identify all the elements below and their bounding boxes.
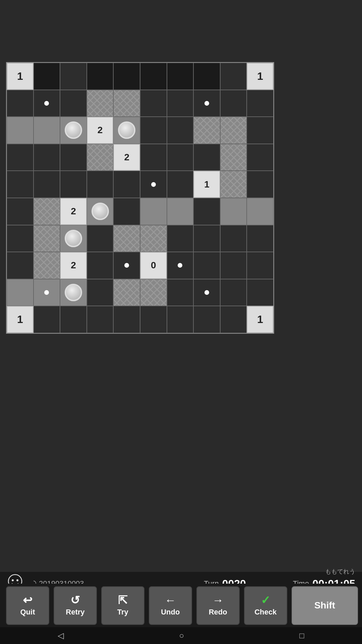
cell-2-5 [140,117,167,144]
cell-9-8 [220,306,247,333]
cell-8-9 [247,279,274,306]
cell-3-2 [60,144,87,171]
dot-7-6 [178,263,182,268]
cell-7-6 [167,252,194,279]
puzzle-grid[interactable]: 1 1 2 [6,62,274,334]
japanese-text: ももてれう [325,568,355,576]
cell-4-7: 1 [193,171,220,198]
nav-recents-button[interactable]: □ [299,631,304,640]
cell-2-8 [220,117,247,144]
cell-0-7 [193,63,220,90]
circle-5-3 [92,203,109,220]
cell-1-6 [167,90,194,117]
cell-0-9: 1 [247,63,274,90]
cell-3-6 [167,144,194,171]
cell-6-8 [220,225,247,252]
dot-4-5 [151,182,156,187]
cell-0-2 [60,63,87,90]
cell-1-1 [34,90,60,117]
cell-4-1 [34,171,60,198]
cell-8-2 [60,279,87,306]
cell-6-9 [247,225,274,252]
circle-8-2 [65,284,82,301]
check-label: Check [254,608,277,616]
cell-5-0 [7,198,34,225]
cell-9-0: 1 [7,306,34,333]
circle-6-2 [65,230,82,247]
cell-4-9 [247,171,274,198]
cell-4-6 [167,171,194,198]
undo-icon: ← [165,594,176,606]
cell-0-4 [113,63,140,90]
cell-2-0 [7,117,34,144]
cell-0-8 [220,63,247,90]
cell-5-8 [220,198,247,225]
dot-8-7 [204,290,209,295]
cell-7-2: 2 [60,252,87,279]
cell-7-8 [220,252,247,279]
try-button[interactable]: ⇱ Try [101,586,144,625]
cell-4-5 [140,171,167,198]
cell-1-9 [247,90,274,117]
cell-9-4 [113,306,140,333]
check-button[interactable]: ✓ Check [244,586,287,625]
cell-6-7 [193,225,220,252]
cell-8-4 [113,279,140,306]
cell-5-2: 2 [60,198,87,225]
retry-icon: ↺ [70,594,80,606]
cell-8-7 [193,279,220,306]
cell-1-7 [193,90,220,117]
undo-button[interactable]: ← Undo [149,586,192,625]
circle-2-4 [118,121,135,139]
cell-4-8 [220,171,247,198]
cell-7-0 [7,252,34,279]
cell-3-0 [7,144,34,171]
cell-0-6 [167,63,194,90]
cell-9-5 [140,306,167,333]
game-board[interactable]: 1 1 2 [6,62,274,334]
cell-1-3 [87,90,114,117]
cell-7-9 [247,252,274,279]
cell-7-4 [113,252,140,279]
try-label: Try [117,608,128,616]
cell-5-3 [87,198,114,225]
cell-2-9 [247,117,274,144]
cell-2-4 [113,117,140,144]
cell-9-2 [60,306,87,333]
redo-label: Redo [209,608,227,616]
cell-5-7 [193,198,220,225]
cell-7-1 [34,252,60,279]
cell-1-8 [220,90,247,117]
cell-0-0: 1 [7,63,34,90]
undo-label: Undo [161,608,180,616]
retry-button[interactable]: ↺ Retry [54,586,97,625]
cell-7-5: 0 [140,252,167,279]
svg-point-2 [16,579,18,581]
quit-button[interactable]: ↩ Quit [6,586,49,625]
cell-9-1 [34,306,60,333]
cell-5-5 [140,198,167,225]
cell-6-1 [34,225,60,252]
cell-9-3 [87,306,114,333]
dot-8-1 [44,290,49,295]
cell-4-3 [87,171,114,198]
cell-3-5 [140,144,167,171]
cell-5-4 [113,198,140,225]
cell-3-4: 2 [113,144,140,171]
cell-3-9 [247,144,274,171]
shift-button[interactable]: Shift [292,586,358,625]
cell-9-7 [193,306,220,333]
cell-3-3 [87,144,114,171]
try-icon: ⇱ [118,594,127,606]
nav-home-button[interactable]: ○ [179,631,184,640]
cell-8-0 [7,279,34,306]
check-icon: ✓ [261,594,270,606]
nav-back-button[interactable]: ◁ [58,631,64,640]
redo-icon: → [212,594,224,606]
cell-8-6 [167,279,194,306]
redo-button[interactable]: → Redo [196,586,240,625]
cell-2-3: 2 [87,117,114,144]
cell-6-2 [60,225,87,252]
shift-label: Shift [314,600,335,611]
dot-1-1 [44,101,49,106]
